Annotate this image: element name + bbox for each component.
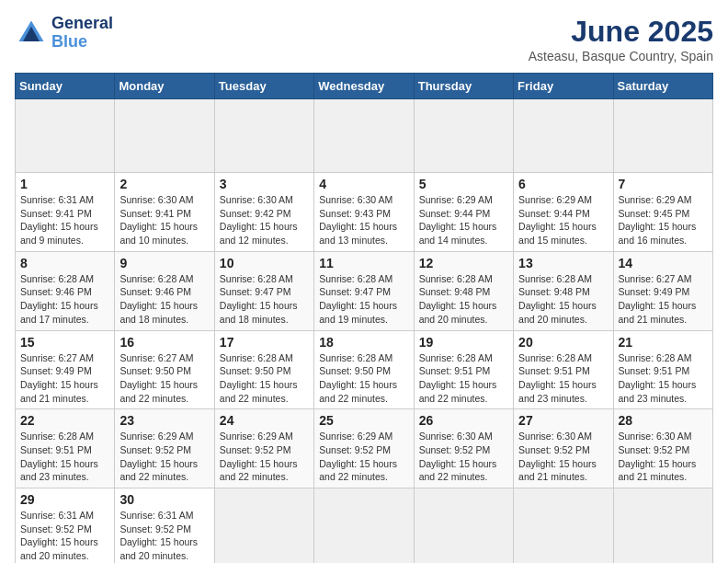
month-title: June 2025	[529, 15, 713, 49]
day-info: Sunrise: 6:28 AMSunset: 9:51 PMDaylight:…	[20, 431, 98, 482]
day-number: 6	[518, 177, 608, 191]
day-number: 3	[220, 177, 309, 191]
calendar-cell: 8 Sunrise: 6:28 AMSunset: 9:46 PMDayligh…	[16, 251, 115, 330]
logo-icon	[15, 17, 48, 50]
day-number: 1	[20, 177, 109, 191]
calendar-cell: 21 Sunrise: 6:28 AMSunset: 9:51 PMDaylig…	[613, 330, 712, 409]
day-number: 23	[119, 413, 209, 428]
day-number: 17	[220, 335, 309, 350]
day-number: 28	[619, 413, 708, 428]
day-info: Sunrise: 6:30 AMSunset: 9:52 PMDaylight:…	[619, 431, 697, 482]
calendar-cell: 9 Sunrise: 6:28 AMSunset: 9:46 PMDayligh…	[115, 251, 214, 330]
calendar-cell	[613, 99, 712, 173]
calendar-cell: 19 Sunrise: 6:28 AMSunset: 9:51 PMDaylig…	[414, 330, 513, 409]
day-info: Sunrise: 6:27 AMSunset: 9:49 PMDaylight:…	[20, 352, 98, 404]
calendar-cell: 12 Sunrise: 6:28 AMSunset: 9:48 PMDaylig…	[414, 251, 513, 330]
day-info: Sunrise: 6:30 AMSunset: 9:52 PMDaylight:…	[518, 431, 597, 482]
calendar-cell: 29 Sunrise: 6:31 AMSunset: 9:52 PMDaylig…	[16, 488, 115, 564]
day-info: Sunrise: 6:29 AMSunset: 9:45 PMDaylight:…	[619, 194, 697, 246]
day-number: 10	[220, 256, 309, 270]
header-tuesday: Tuesday	[214, 74, 313, 99]
header-sunday: Sunday	[16, 74, 115, 99]
title-area: June 2025 Asteasu, Basque Country, Spain	[529, 15, 713, 63]
calendar-cell: 22 Sunrise: 6:28 AMSunset: 9:51 PMDaylig…	[16, 409, 115, 488]
day-info: Sunrise: 6:28 AMSunset: 9:47 PMDaylight:…	[220, 273, 298, 325]
calendar-cell	[16, 99, 115, 173]
header-monday: Monday	[115, 74, 214, 99]
day-info: Sunrise: 6:28 AMSunset: 9:46 PMDaylight:…	[20, 273, 98, 325]
calendar-cell: 27 Sunrise: 6:30 AMSunset: 9:52 PMDaylig…	[514, 409, 613, 488]
day-info: Sunrise: 6:27 AMSunset: 9:50 PMDaylight:…	[119, 352, 198, 404]
header-wednesday: Wednesday	[314, 74, 414, 99]
day-number: 29	[20, 492, 109, 507]
day-number: 9	[119, 256, 209, 270]
header: General Blue June 2025 Asteasu, Basque C…	[15, 15, 713, 63]
calendar-cell: 24 Sunrise: 6:29 AMSunset: 9:52 PMDaylig…	[214, 409, 313, 488]
day-number: 11	[319, 256, 408, 270]
day-number: 12	[419, 256, 508, 270]
calendar-cell: 3 Sunrise: 6:30 AMSunset: 9:42 PMDayligh…	[214, 173, 313, 252]
day-info: Sunrise: 6:28 AMSunset: 9:50 PMDaylight:…	[220, 352, 298, 404]
day-info: Sunrise: 6:30 AMSunset: 9:42 PMDaylight:…	[220, 194, 298, 246]
logo: General Blue	[15, 15, 113, 52]
calendar-cell	[115, 99, 214, 173]
day-info: Sunrise: 6:31 AMSunset: 9:52 PMDaylight:…	[20, 510, 98, 561]
calendar-week-3: 15 Sunrise: 6:27 AMSunset: 9:49 PMDaylig…	[16, 330, 713, 409]
day-info: Sunrise: 6:28 AMSunset: 9:50 PMDaylight:…	[319, 352, 397, 404]
calendar-week-4: 22 Sunrise: 6:28 AMSunset: 9:51 PMDaylig…	[16, 409, 713, 488]
day-number: 22	[20, 413, 109, 428]
day-info: Sunrise: 6:29 AMSunset: 9:52 PMDaylight:…	[119, 431, 198, 482]
day-number: 30	[119, 492, 209, 507]
logo-text: General Blue	[51, 15, 113, 52]
calendar-cell	[314, 488, 414, 564]
day-info: Sunrise: 6:28 AMSunset: 9:47 PMDaylight:…	[319, 273, 397, 325]
calendar-cell: 17 Sunrise: 6:28 AMSunset: 9:50 PMDaylig…	[214, 330, 313, 409]
calendar-week-1: 1 Sunrise: 6:31 AMSunset: 9:41 PMDayligh…	[16, 173, 713, 252]
header-thursday: Thursday	[414, 74, 513, 99]
day-number: 25	[319, 413, 408, 428]
day-number: 19	[419, 335, 508, 350]
calendar-week-5: 29 Sunrise: 6:31 AMSunset: 9:52 PMDaylig…	[16, 488, 713, 564]
calendar-cell: 6 Sunrise: 6:29 AMSunset: 9:44 PMDayligh…	[514, 173, 613, 252]
day-info: Sunrise: 6:30 AMSunset: 9:43 PMDaylight:…	[319, 194, 397, 246]
calendar-cell: 28 Sunrise: 6:30 AMSunset: 9:52 PMDaylig…	[613, 409, 712, 488]
day-info: Sunrise: 6:28 AMSunset: 9:48 PMDaylight:…	[419, 273, 497, 325]
calendar-cell: 7 Sunrise: 6:29 AMSunset: 9:45 PMDayligh…	[613, 173, 712, 252]
calendar-cell	[214, 99, 313, 173]
day-info: Sunrise: 6:31 AMSunset: 9:52 PMDaylight:…	[119, 510, 198, 561]
day-number: 5	[419, 177, 508, 191]
calendar-cell: 2 Sunrise: 6:30 AMSunset: 9:41 PMDayligh…	[115, 173, 214, 252]
calendar-table: SundayMondayTuesdayWednesdayThursdayFrid…	[15, 73, 713, 563]
day-number: 13	[518, 256, 608, 270]
day-info: Sunrise: 6:30 AMSunset: 9:41 PMDaylight:…	[119, 194, 198, 246]
calendar-cell: 18 Sunrise: 6:28 AMSunset: 9:50 PMDaylig…	[314, 330, 414, 409]
day-number: 20	[518, 335, 608, 350]
calendar-header-row: SundayMondayTuesdayWednesdayThursdayFrid…	[16, 74, 713, 99]
day-number: 4	[319, 177, 408, 191]
calendar-cell: 25 Sunrise: 6:29 AMSunset: 9:52 PMDaylig…	[314, 409, 414, 488]
day-number: 15	[20, 335, 109, 350]
day-info: Sunrise: 6:28 AMSunset: 9:46 PMDaylight:…	[119, 273, 198, 325]
calendar-cell: 10 Sunrise: 6:28 AMSunset: 9:47 PMDaylig…	[214, 251, 313, 330]
calendar-cell	[414, 99, 513, 173]
calendar-cell	[214, 488, 313, 564]
calendar-cell: 20 Sunrise: 6:28 AMSunset: 9:51 PMDaylig…	[514, 330, 613, 409]
day-number: 27	[518, 413, 608, 428]
header-saturday: Saturday	[613, 74, 712, 99]
calendar-cell: 15 Sunrise: 6:27 AMSunset: 9:49 PMDaylig…	[16, 330, 115, 409]
calendar-cell	[414, 488, 513, 564]
day-number: 2	[119, 177, 209, 191]
calendar-week-2: 8 Sunrise: 6:28 AMSunset: 9:46 PMDayligh…	[16, 251, 713, 330]
day-number: 7	[619, 177, 708, 191]
calendar-cell: 1 Sunrise: 6:31 AMSunset: 9:41 PMDayligh…	[16, 173, 115, 252]
calendar-cell: 4 Sunrise: 6:30 AMSunset: 9:43 PMDayligh…	[314, 173, 414, 252]
calendar-cell: 14 Sunrise: 6:27 AMSunset: 9:49 PMDaylig…	[613, 251, 712, 330]
calendar-cell	[514, 488, 613, 564]
location-subtitle: Asteasu, Basque Country, Spain	[529, 49, 713, 63]
day-info: Sunrise: 6:29 AMSunset: 9:52 PMDaylight:…	[319, 431, 397, 482]
day-info: Sunrise: 6:31 AMSunset: 9:41 PMDaylight:…	[20, 194, 98, 246]
day-info: Sunrise: 6:30 AMSunset: 9:52 PMDaylight:…	[419, 431, 497, 482]
calendar-cell: 23 Sunrise: 6:29 AMSunset: 9:52 PMDaylig…	[115, 409, 214, 488]
calendar-cell	[514, 99, 613, 173]
day-info: Sunrise: 6:29 AMSunset: 9:44 PMDaylight:…	[518, 194, 597, 246]
